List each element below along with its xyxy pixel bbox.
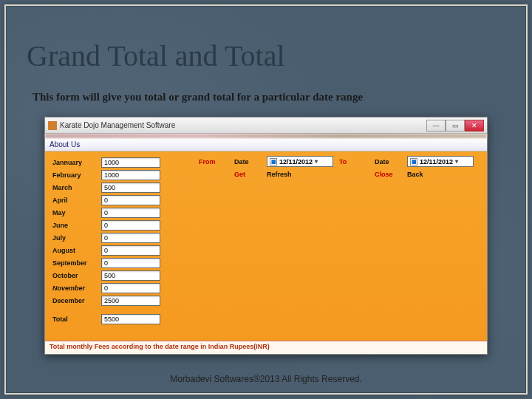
app-icon [48, 121, 57, 130]
month-row: August [52, 244, 185, 256]
footer-note: Total monthly Fees according to the date… [45, 341, 487, 354]
app-window: Karate Dojo Management Software — ▭ ✕ Ab… [44, 117, 488, 355]
month-label: Jannuary [52, 159, 97, 166]
month-row: June [52, 219, 185, 231]
decorative-strip [45, 134, 487, 138]
close-action-button[interactable]: Close [375, 171, 401, 178]
month-input[interactable] [101, 283, 160, 293]
month-label: March [52, 184, 97, 191]
menu-about[interactable]: About Us [50, 140, 80, 149]
to-label: To [339, 158, 369, 166]
to-date-label: Date [375, 158, 401, 166]
month-row: March [52, 181, 185, 194]
total-input[interactable] [101, 314, 160, 324]
month-input[interactable] [101, 170, 160, 180]
month-row: October [52, 269, 185, 282]
window-title: Karate Dojo Management Software [60, 121, 175, 129]
menubar: About Us [45, 138, 487, 151]
back-button[interactable]: Back [407, 171, 474, 178]
chevron-down-icon: ▾ [315, 158, 318, 165]
close-button[interactable]: ✕ [465, 120, 484, 132]
month-row: February [52, 168, 185, 181]
get-button[interactable]: Get [234, 171, 261, 178]
month-input[interactable] [101, 258, 160, 268]
month-input[interactable] [101, 183, 160, 193]
month-row: November [52, 282, 185, 294]
month-input[interactable] [101, 157, 160, 168]
month-label: May [52, 209, 97, 216]
month-label: February [52, 171, 97, 179]
month-label: December [52, 297, 97, 304]
action-row: Get Refresh Close Back [199, 171, 481, 178]
from-label: From [199, 158, 228, 166]
from-date-picker[interactable]: ▦ 12/11/2012 ▾ [267, 156, 333, 167]
month-input[interactable] [101, 195, 160, 205]
month-row: May [52, 206, 185, 219]
month-label: July [52, 234, 97, 242]
month-label: November [52, 284, 97, 292]
month-input[interactable] [101, 233, 160, 243]
chevron-down-icon: ▾ [455, 158, 458, 165]
month-input[interactable] [101, 270, 160, 281]
calendar-icon: ▦ [410, 158, 417, 166]
months-column: JannuaryFebruaryMarchAprilMayJuneJulyAug… [52, 156, 185, 326]
month-row: April [52, 194, 185, 206]
month-label: June [52, 222, 97, 229]
month-label: April [52, 197, 97, 204]
total-row: Total [52, 313, 185, 326]
month-row: December [52, 294, 185, 307]
from-date-label: Date [234, 158, 261, 166]
to-date-value: 12/11/2012 [420, 158, 453, 166]
month-row: July [52, 231, 185, 244]
maximize-button[interactable]: ▭ [446, 120, 465, 132]
month-input[interactable] [101, 220, 160, 231]
month-input[interactable] [101, 208, 160, 218]
slide-description: This form will give you total or grand t… [33, 91, 363, 103]
slide-title: Grand Total and Total [27, 38, 285, 73]
minimize-button[interactable]: — [426, 120, 446, 132]
month-row: September [52, 256, 185, 269]
window-controls: — ▭ ✕ [426, 120, 484, 132]
from-date-value: 12/11/2012 [279, 158, 313, 166]
month-input[interactable] [101, 296, 160, 306]
month-label: September [52, 259, 97, 267]
to-date-picker[interactable]: ▦ 12/11/2012 ▾ [407, 156, 474, 167]
month-row: Jannuary [52, 156, 185, 168]
titlebar: Karate Dojo Management Software — ▭ ✕ [45, 117, 487, 134]
total-label: Total [52, 316, 97, 323]
refresh-button[interactable]: Refresh [267, 171, 333, 178]
month-label: August [52, 247, 97, 254]
month-label: October [52, 272, 97, 279]
client-area: JannuaryFebruaryMarchAprilMayJuneJulyAug… [45, 151, 487, 341]
month-input[interactable] [101, 245, 160, 256]
date-range-row: From Date ▦ 12/11/2012 ▾ To Date ▦ 12/11… [199, 156, 481, 167]
calendar-icon: ▦ [270, 158, 277, 166]
copyright: Morbadevi Softwares®2013 All Rights Rese… [0, 374, 532, 384]
